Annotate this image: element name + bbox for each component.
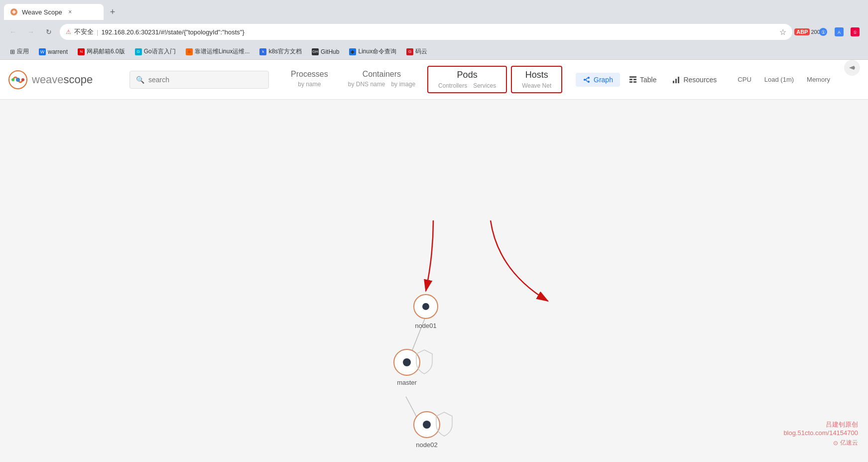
bookmark-apps[interactable]: ⊞ 应用 [6, 46, 33, 57]
bookmark-go-label: Go语言入门 [144, 47, 176, 56]
svg-rect-21 [673, 81, 674, 83]
node02-label: node02 [416, 441, 437, 449]
browser-actions: ABP 200 ① A ① [800, 25, 862, 39]
node-node01[interactable]: node01 [413, 294, 438, 329]
processes-by-name: by name [298, 81, 321, 88]
forward-button[interactable]: → [24, 25, 38, 39]
svg-rect-22 [675, 79, 677, 83]
bookmark-linux-cmd[interactable]: ◆ Linux命令查询 [345, 46, 400, 57]
svg-rect-16 [629, 76, 636, 78]
bookmark-k8s-label: k8s官方文档 [268, 47, 302, 56]
search-icon: 🔍 [136, 76, 144, 84]
svg-marker-24 [849, 66, 855, 70]
bookmark-linux[interactable]: ○ 靠谱运维Linux运维... [182, 46, 254, 57]
browser-chrome: Weave Scope × + ← → ↻ ⚠ 不安全 | 192.168.20… [0, 0, 868, 60]
collapse-button[interactable] [844, 60, 860, 76]
bookmark-netease[interactable]: N 网易邮箱6.0版 [74, 46, 129, 57]
pods-controllers: Controllers [438, 82, 467, 89]
table-label: Table [640, 76, 656, 84]
tab-bar: Weave Scope × + [0, 0, 868, 20]
svg-rect-17 [629, 79, 632, 80]
nav-hosts[interactable]: Hosts Weave Net [511, 66, 562, 93]
pods-services: Services [473, 82, 496, 89]
url-separator: | [97, 28, 98, 36]
svg-rect-23 [678, 77, 679, 83]
url-address: 192.168.20.6:30231/#!/state/{"topologyId… [101, 28, 244, 36]
back-button[interactable]: ← [6, 25, 20, 39]
table-view-button[interactable]: Table [622, 73, 663, 87]
watermark-badge: ⊙ 亿速云 [783, 439, 858, 447]
svg-line-15 [586, 80, 588, 82]
node01-inner-circle [422, 303, 429, 310]
bookmark-linux-cmd-label: Linux命令查询 [358, 47, 396, 56]
url-bar[interactable]: ⚠ 不安全 | 192.168.20.6:30231/#!/state/{"to… [60, 24, 792, 40]
svg-rect-19 [629, 81, 632, 83]
yisuyun-icon: ⊙ [833, 440, 838, 447]
search-box[interactable]: 🔍 [129, 71, 269, 89]
graph-icon [583, 76, 591, 84]
extension-translate[interactable]: A [832, 25, 846, 39]
table-icon [629, 76, 637, 84]
weave-scope-app: weavescope 🔍 Processes by name Container… [0, 60, 868, 462]
containers-by-dns: by DNS name [348, 81, 385, 88]
bookmark-go[interactable]: G Go语言入门 [131, 46, 180, 57]
url-text: 不安全 [74, 27, 94, 36]
bookmark-linux-label: 靠谱运维Linux运维... [195, 47, 250, 56]
linux-cmd-icon: ◆ [349, 48, 356, 55]
node01-outer-circle [413, 294, 438, 319]
hosts-label: Hosts [525, 70, 548, 80]
memory-metric-button[interactable]: Memory [801, 73, 836, 86]
resource-metrics: CPU Load (1m) Memory [728, 60, 840, 99]
svg-point-9 [11, 78, 14, 81]
watermark-line1: 吕建钊原创 [783, 420, 858, 429]
nav-containers[interactable]: Containers by DNS name by image [338, 60, 425, 99]
svg-text:A: A [838, 30, 841, 35]
bookmark-warrent[interactable]: W warrent [35, 47, 72, 56]
extension-abp[interactable]: ABP 200 [800, 25, 814, 39]
bookmark-gitee[interactable]: G 码云 [402, 46, 431, 57]
pods-sublabels: Controllers Services [438, 82, 496, 89]
extension-btn2[interactable]: ① [816, 25, 830, 39]
pods-label: Pods [457, 70, 478, 80]
logo-area: weavescope [8, 60, 118, 99]
nav-processes[interactable]: Processes by name [281, 60, 338, 99]
node-node02[interactable]: node02 [413, 411, 440, 449]
tab-close-button[interactable]: × [66, 8, 74, 16]
containers-by-image: by image [391, 81, 415, 88]
graph-view-button[interactable]: Graph [576, 73, 620, 87]
containers-sublabels: by DNS name by image [348, 81, 415, 88]
resources-icon [672, 76, 680, 84]
bookmark-k8s[interactable]: k k8s官方文档 [255, 46, 306, 57]
watermark: 吕建钊原创 blog.51cto.com/14154700 ⊙ 亿速云 [783, 420, 858, 447]
active-tab[interactable]: Weave Scope × [4, 4, 104, 20]
watermark-line2: blog.51cto.com/14154700 [783, 429, 858, 437]
security-icon: ⚠ [66, 28, 71, 35]
apps-grid-icon: ⊞ [10, 48, 15, 55]
refresh-button[interactable]: ↻ [42, 25, 56, 39]
cpu-metric-button[interactable]: CPU [732, 73, 757, 86]
new-tab-button[interactable]: + [106, 5, 120, 19]
warrent-icon: W [39, 48, 46, 55]
svg-rect-20 [633, 81, 636, 83]
processes-sublabels: by name [298, 81, 321, 88]
address-bar: ← → ↻ ⚠ 不安全 | 192.168.20.6:30231/#!/stat… [0, 20, 868, 44]
extension-btn4[interactable]: ① [848, 25, 862, 39]
nav-pods[interactable]: Pods Controllers Services [427, 66, 507, 93]
svg-point-13 [588, 81, 590, 83]
bookmark-netease-label: 网易邮箱6.0版 [87, 47, 125, 56]
bookmarks-bar: ⊞ 应用 W warrent N 网易邮箱6.0版 G Go语言入门 ○ 靠谱运… [0, 44, 868, 60]
gitee-icon: G [406, 48, 413, 55]
bookmark-button[interactable]: ☆ [779, 27, 786, 37]
svg-rect-18 [633, 79, 636, 80]
logo-text: weavescope [32, 73, 93, 86]
node-master[interactable]: master [393, 349, 420, 386]
load-metric-button[interactable]: Load (1m) [758, 73, 800, 86]
nav-items: Processes by name Containers by DNS name… [281, 60, 572, 99]
resources-view-button[interactable]: Resources [665, 73, 724, 87]
processes-label: Processes [291, 70, 328, 79]
search-input[interactable] [148, 76, 262, 84]
master-label: master [397, 379, 417, 386]
bookmark-github[interactable]: GH GitHub [308, 47, 343, 56]
tab-favicon [10, 8, 18, 16]
svg-line-14 [586, 78, 588, 80]
